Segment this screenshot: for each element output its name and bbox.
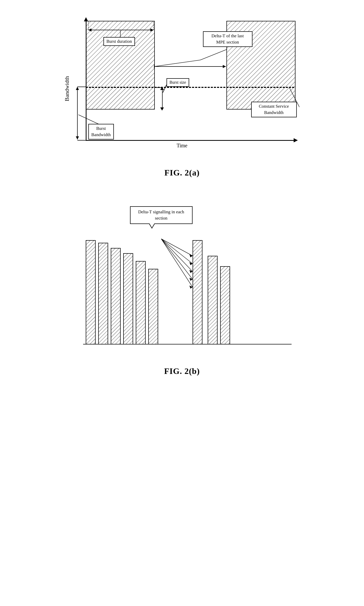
svg-rect-34 — [86, 241, 95, 344]
burst-rect-1 — [86, 21, 155, 110]
svg-line-25 — [161, 239, 193, 264]
svg-line-23 — [161, 239, 193, 256]
svg-rect-40 — [124, 254, 133, 344]
svg-line-27 — [161, 239, 193, 271]
bar-b-5 — [136, 261, 146, 344]
svg-marker-32 — [189, 286, 193, 289]
chart-area-b: Delta-T signalling in eachsection — [65, 198, 299, 360]
svg-marker-24 — [189, 254, 193, 257]
burst-size-arrow-down — [160, 107, 164, 111]
figure-2a: Bandwidth Time — [16, 10, 348, 178]
burst-bandwidth-label: BurstBandwidth — [88, 124, 114, 140]
baseline-b — [83, 344, 292, 344]
svg-line-21 — [154, 60, 200, 66]
svg-rect-46 — [193, 241, 202, 344]
bar-b-4 — [123, 253, 133, 344]
bar-b-tall — [193, 240, 202, 344]
svg-line-29 — [161, 239, 193, 279]
figures-container: Bandwidth Time — [16, 10, 348, 376]
burst-duration-label: Burst duration — [103, 37, 135, 46]
figure-2b: Delta-T signalling in eachsection — [16, 198, 348, 376]
h-line-1 — [155, 87, 163, 88]
delta-t-label: Delta-T of the lastMPE section — [203, 31, 252, 47]
bar-b-1 — [86, 240, 96, 344]
svg-marker-11 — [223, 65, 226, 68]
burst-size-label: Burst size — [166, 78, 189, 87]
x-axis — [86, 140, 294, 141]
y-axis-label: Bandwidth — [64, 76, 70, 101]
svg-line-20 — [200, 50, 226, 60]
svg-rect-38 — [111, 249, 120, 344]
time-label: Time — [177, 143, 188, 149]
fig-2b-title: FIG. 2(b) — [164, 366, 200, 376]
bar-b-3 — [111, 248, 121, 344]
svg-rect-36 — [99, 243, 108, 344]
svg-rect-1 — [86, 21, 154, 109]
bar-b-r2 — [220, 266, 230, 344]
svg-rect-44 — [149, 269, 158, 344]
delta-t-signalling-label: Delta-T signalling in eachsection — [130, 206, 193, 224]
svg-rect-42 — [136, 262, 145, 344]
bar-b-r1 — [208, 256, 218, 344]
svg-rect-50 — [221, 267, 230, 344]
chart-area-a: Bandwidth Time — [65, 16, 299, 162]
svg-marker-28 — [189, 270, 193, 273]
svg-marker-14 — [76, 87, 79, 90]
svg-marker-30 — [189, 278, 193, 281]
svg-marker-15 — [76, 136, 79, 140]
svg-marker-26 — [189, 262, 193, 265]
svg-rect-48 — [208, 256, 217, 344]
bar-b-6 — [148, 269, 158, 344]
svg-line-31 — [161, 239, 193, 287]
burst-size-arrow-vertical — [162, 87, 163, 110]
constant-service-bandwidth-label: Constant ServiceBandwidth — [251, 102, 297, 117]
bar-b-2 — [98, 243, 108, 344]
fig-2a-title: FIG. 2(a) — [164, 168, 200, 178]
